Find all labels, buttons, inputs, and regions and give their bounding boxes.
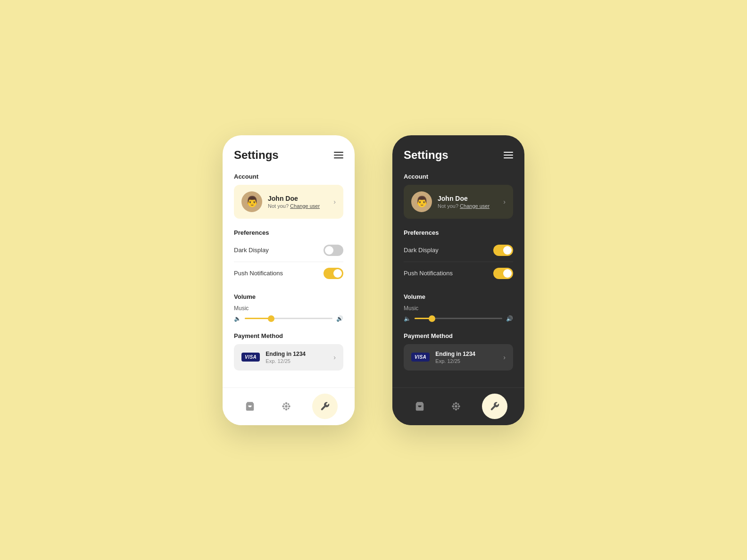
- light-nav-bag[interactable]: [240, 396, 260, 417]
- light-header: Settings: [234, 148, 343, 162]
- light-nav-flower[interactable]: [276, 396, 297, 417]
- dark-phone: Settings Account 👨 John Doe Not you? Cha…: [392, 135, 524, 425]
- dark-not-you: Not you? Change user: [438, 203, 490, 209]
- dark-volume-label: Volume: [404, 293, 513, 300]
- svg-point-13: [458, 405, 460, 408]
- dark-nav-flower[interactable]: [446, 396, 466, 417]
- light-payment-expiry: Exp. 12/25: [266, 358, 306, 364]
- light-push-notif-toggle[interactable]: [324, 268, 343, 279]
- dark-payment-label: Payment Method: [404, 332, 513, 339]
- light-avatar: 👨: [241, 191, 262, 212]
- svg-point-9: [455, 405, 457, 408]
- light-volume-section: Volume Music 🔈 🔊: [234, 293, 343, 322]
- light-dark-display-toggle[interactable]: [324, 245, 343, 256]
- light-account-chevron: ›: [333, 198, 336, 206]
- dark-music-label: Music: [404, 305, 513, 312]
- light-visa-badge: VISA: [241, 353, 260, 362]
- dark-volume-high-icon: 🔊: [506, 315, 513, 322]
- light-account-card[interactable]: 👨 John Doe Not you? Change user ›: [234, 185, 343, 219]
- dark-slider-row: 🔈 🔊: [404, 315, 513, 322]
- light-bag-icon: [245, 401, 255, 412]
- dark-bottom-nav: [392, 387, 524, 425]
- light-user-name: John Doe: [268, 195, 320, 202]
- svg-point-11: [455, 408, 457, 411]
- dark-push-notif-label: Push Notifications: [404, 270, 453, 277]
- dark-payment-expiry: Exp. 12/25: [435, 358, 475, 364]
- light-slider-row: 🔈 🔊: [234, 315, 343, 322]
- light-dark-display-row: Dark Display: [234, 241, 343, 260]
- dark-change-user[interactable]: Change user: [460, 203, 490, 209]
- svg-point-1: [285, 402, 288, 404]
- light-volume-label: Volume: [234, 293, 343, 300]
- svg-point-6: [288, 404, 290, 405]
- dark-account-card[interactable]: 👨 John Doe Not you? Change user ›: [404, 185, 513, 219]
- dark-volume-section: Volume Music 🔈 🔊: [404, 293, 513, 322]
- dark-menu-icon[interactable]: [504, 152, 513, 158]
- dark-payment-card[interactable]: VISA Ending in 1234 Exp. 12/25 ›: [404, 344, 513, 371]
- light-payment-card[interactable]: VISA Ending in 1234 Exp. 12/25 ›: [234, 344, 343, 371]
- dark-flower-icon: [451, 401, 461, 412]
- light-volume-high-icon: 🔊: [336, 315, 343, 322]
- svg-point-14: [453, 404, 455, 405]
- light-preferences: Preferences Dark Display Push Notificati…: [234, 229, 343, 283]
- svg-point-0: [285, 405, 288, 408]
- dark-user-name: John Doe: [438, 195, 490, 202]
- light-not-you: Not you? Change user: [268, 203, 320, 209]
- light-dark-display-label: Dark Display: [234, 247, 269, 254]
- svg-point-8: [288, 408, 290, 410]
- dark-nav-bag[interactable]: [409, 396, 430, 417]
- dark-nav-tools[interactable]: [482, 394, 507, 419]
- light-flower-icon: [281, 401, 291, 412]
- light-slider-track[interactable]: [245, 318, 332, 319]
- svg-point-16: [453, 408, 455, 410]
- svg-point-15: [457, 404, 459, 405]
- light-bottom-nav: [223, 387, 355, 425]
- light-music-label: Music: [234, 305, 343, 312]
- dark-visa-badge: VISA: [411, 353, 430, 362]
- light-change-user[interactable]: Change user: [290, 203, 320, 209]
- dark-slider-track[interactable]: [415, 318, 502, 319]
- light-phone: Settings Account 👨 John Doe Not you? Cha…: [223, 135, 355, 425]
- dark-preferences: Preferences Dark Display Push Notificati…: [404, 229, 513, 283]
- dark-dark-display-row: Dark Display: [404, 241, 513, 260]
- svg-point-3: [282, 405, 284, 408]
- light-volume-low-icon: 🔈: [234, 315, 241, 322]
- light-tools-icon: [320, 401, 330, 412]
- svg-point-4: [288, 405, 290, 408]
- dark-account-chevron: ›: [503, 198, 506, 206]
- light-menu-icon[interactable]: [334, 152, 343, 158]
- svg-point-2: [285, 408, 288, 411]
- dark-tools-icon: [490, 401, 500, 412]
- dark-bag-icon: [415, 401, 425, 412]
- svg-point-5: [283, 404, 285, 405]
- dark-account-label: Account: [404, 173, 513, 180]
- dark-pref-label: Preferences: [404, 229, 513, 236]
- svg-point-17: [457, 408, 459, 410]
- dark-volume-low-icon: 🔈: [404, 315, 411, 322]
- dark-dark-display-label: Dark Display: [404, 247, 439, 254]
- dark-payment-chevron: ›: [503, 354, 506, 361]
- light-payment-section: Payment Method VISA Ending in 1234 Exp. …: [234, 332, 343, 371]
- dark-payment-ending: Ending in 1234: [435, 351, 475, 357]
- svg-point-7: [283, 408, 285, 410]
- light-page-title: Settings: [234, 148, 279, 162]
- dark-payment-section: Payment Method VISA Ending in 1234 Exp. …: [404, 332, 513, 371]
- dark-page-title: Settings: [404, 148, 448, 162]
- light-nav-tools[interactable]: [312, 394, 338, 419]
- light-payment-chevron: ›: [333, 354, 336, 361]
- svg-point-12: [452, 405, 454, 408]
- light-push-notif-label: Push Notifications: [234, 270, 283, 277]
- light-push-notif-row: Push Notifications: [234, 264, 343, 283]
- light-account-label: Account: [234, 173, 343, 180]
- dark-dark-display-toggle[interactable]: [493, 245, 513, 256]
- svg-point-10: [455, 402, 457, 404]
- dark-push-notif-row: Push Notifications: [404, 264, 513, 283]
- dark-header: Settings: [404, 148, 513, 162]
- light-payment-label: Payment Method: [234, 332, 343, 339]
- dark-push-notif-toggle[interactable]: [493, 268, 513, 279]
- light-payment-ending: Ending in 1234: [266, 351, 306, 357]
- dark-avatar: 👨: [411, 191, 432, 212]
- light-pref-label: Preferences: [234, 229, 343, 236]
